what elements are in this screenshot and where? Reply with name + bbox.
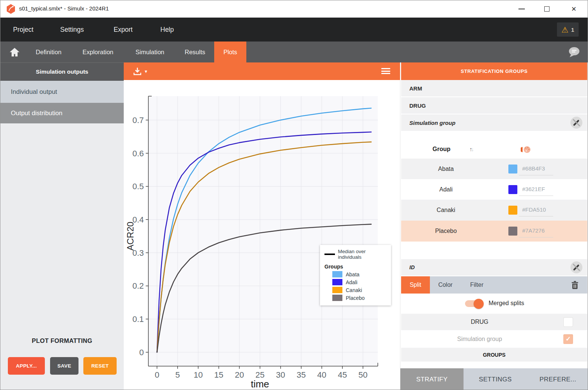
svg-text:50: 50 [358, 370, 367, 380]
group-row-adali: Adali #3621EF [401, 179, 587, 200]
group-name[interactable]: Canaki [401, 200, 491, 221]
save-button[interactable]: SAVE [50, 357, 78, 375]
svg-text:35: 35 [296, 370, 305, 380]
palette-icon[interactable] [521, 145, 531, 154]
plot-toolbar: ▼ [124, 62, 400, 80]
group-color-hex-input[interactable]: #FDA510 [519, 203, 553, 217]
minimize-button[interactable] [513, 0, 530, 18]
minimize-icon [518, 9, 525, 9]
svg-text:0.7: 0.7 [132, 116, 144, 125]
legend-item-adali: Adali [324, 279, 387, 285]
legend-item-canaki: Canaki [324, 287, 387, 293]
svg-text:10: 10 [194, 370, 203, 380]
group-name[interactable]: Placebo [401, 221, 491, 242]
maximize-icon [544, 6, 549, 12]
plots-sidebar: Simulation outputs Individual output Out… [0, 62, 124, 390]
svg-text:0: 0 [139, 348, 144, 357]
close-button[interactable]: ✕ [566, 0, 582, 18]
svg-text:0.1: 0.1 [132, 314, 144, 324]
menu-settings[interactable]: Settings [60, 18, 84, 42]
trash-icon[interactable] [571, 280, 579, 289]
plot-legend: Median over individuals Groups Abata Ada… [320, 245, 391, 305]
merged-splits-row: Merged splits [401, 294, 587, 313]
reset-button[interactable]: RESET [83, 357, 117, 375]
tab-stratify[interactable]: STRATIFY [400, 368, 464, 390]
tab-plots[interactable]: Plots [214, 42, 246, 62]
group-color-swatch[interactable] [508, 227, 517, 236]
stratification-panel: STRATIFICATION GROUPS ARM DRUG Simulatio… [400, 62, 588, 390]
svg-text:0.6: 0.6 [132, 149, 144, 158]
tab-definition[interactable]: Definition [28, 42, 69, 62]
apply-button[interactable]: APPLY... [8, 357, 45, 375]
covariate-row-drug[interactable]: DRUG [401, 97, 587, 114]
tab-preferences[interactable]: PREFERE... [527, 368, 588, 390]
placebo-color-swatch [332, 295, 342, 301]
maximize-button[interactable] [539, 0, 555, 18]
menu-help[interactable]: Help [160, 18, 174, 42]
covariate-row-id[interactable]: ID [401, 259, 587, 276]
tab-filter[interactable]: Filter [461, 276, 493, 294]
group-color-swatch[interactable] [508, 185, 517, 194]
legend-groups-title: Groups [324, 264, 387, 270]
stratify-action-tabs: Split Color Filter [401, 276, 587, 294]
tab-settings[interactable]: SETTINGS [464, 368, 527, 390]
edit-disabled-icon[interactable] [570, 116, 583, 129]
median-line-swatch [324, 254, 335, 255]
tab-results[interactable]: Results [179, 42, 211, 62]
tab-exploration[interactable]: Exploration [75, 42, 121, 62]
group-color-swatch[interactable] [508, 165, 517, 173]
svg-text:30: 30 [276, 370, 285, 380]
output-distribution-plot: 00.10.20.30.40.50.60.7051015202530354045… [124, 80, 400, 390]
covariate-row-arm[interactable]: ARM [401, 80, 587, 96]
tab-simulation[interactable]: Simulation [128, 42, 172, 62]
sidebar-item-individual-output[interactable]: Individual output [0, 81, 124, 103]
group-row-canaki: Canaki #FDA510 [401, 200, 587, 221]
group-color-hex-input[interactable]: #3621EF [519, 182, 553, 196]
export-plot-button[interactable]: ▼ [133, 65, 148, 77]
download-icon [133, 67, 142, 76]
edit-disabled-icon[interactable] [570, 261, 583, 274]
svg-text:time: time [251, 378, 269, 390]
adali-color-swatch [332, 279, 342, 285]
sidebar-item-output-distribution[interactable]: Output distribution [0, 103, 124, 123]
simulx-window: s01_typical.smlx* - Simulx - 2024R1 ✕ Pr… [0, 0, 588, 390]
window-title: s01_typical.smlx* - Simulx - 2024R1 [19, 5, 109, 12]
canaki-color-swatch [332, 287, 342, 293]
group-row-abata: Abata #68B4F3 [401, 159, 587, 179]
toggle-knob [474, 299, 484, 309]
menu-export[interactable]: Export [114, 18, 133, 42]
svg-text:5: 5 [175, 370, 180, 380]
tab-split[interactable]: Split [401, 276, 430, 294]
drug-checkbox[interactable] [563, 317, 573, 327]
tab-color[interactable]: Color [430, 276, 461, 294]
svg-text:45: 45 [338, 370, 347, 380]
group-color-swatch[interactable] [508, 206, 517, 215]
covariate-row-simulation-group[interactable]: Simulation group [401, 114, 587, 131]
home-button[interactable] [6, 42, 23, 62]
close-icon: ✕ [571, 6, 576, 12]
home-icon [9, 47, 20, 57]
simulation-group-checkbox[interactable] [563, 334, 573, 344]
groups-section-header[interactable]: GROUPS [401, 348, 587, 362]
sort-icon[interactable]: ↑↓ [470, 146, 473, 152]
plot-menu-button[interactable] [381, 67, 390, 75]
menu-project[interactable]: Project [13, 18, 33, 42]
caret-down-icon: ▼ [144, 69, 148, 74]
simulx-logo-icon [6, 4, 16, 14]
warning-icon: ⚠ [561, 26, 569, 34]
feedback-button[interactable] [565, 42, 583, 62]
svg-text:0.5: 0.5 [132, 182, 144, 191]
merged-splits-label: Merged splits [489, 294, 524, 313]
title-bar: s01_typical.smlx* - Simulx - 2024R1 ✕ [0, 0, 588, 18]
group-name[interactable]: Abata [401, 159, 491, 179]
svg-text:20: 20 [235, 370, 244, 380]
group-color-hex-input[interactable]: #68B4F3 [519, 162, 553, 175]
group-column-header: Group [432, 146, 450, 153]
hamburger-icon [381, 68, 390, 69]
warning-count: 1 [571, 27, 574, 33]
stratification-header: STRATIFICATION GROUPS [401, 62, 587, 80]
warnings-badge[interactable]: ⚠ 1 [557, 22, 579, 37]
group-name[interactable]: Adali [401, 179, 491, 200]
group-color-hex-input[interactable]: #7A7276 [519, 224, 553, 237]
merged-splits-toggle[interactable] [465, 300, 483, 307]
